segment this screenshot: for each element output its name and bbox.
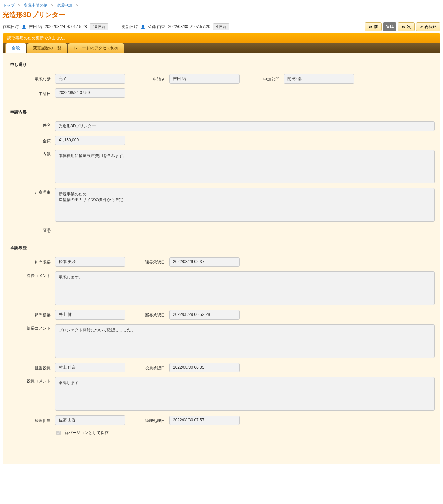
created-label: 作成日時 (3, 24, 19, 30)
field-stage: 完了 (55, 74, 125, 84)
created-user: 吉田 結 (29, 24, 42, 30)
field-dir-comment: プロジェクト開始について確認しました。 (55, 324, 435, 358)
breadcrumb-level1[interactable]: 稟議申請の例 (24, 3, 48, 8)
tab-general[interactable]: 全般 (5, 43, 26, 53)
section-title-approval: 承認履歴 (8, 243, 435, 253)
user-icon: 👤 (22, 25, 26, 29)
section-title-contents: 申請内容 (8, 107, 435, 117)
tab-access[interactable]: レコードのアクセス制御 (68, 43, 124, 53)
field-applicant: 吉田 結 (169, 74, 240, 84)
label-dept: 申請部門 (243, 75, 284, 82)
label-exec: 担当役員 (14, 364, 55, 371)
updated-user: 佐藤 由香 (148, 24, 165, 30)
label-dir-date: 部長承認日 (129, 311, 169, 318)
prev-label: 前 (374, 24, 378, 30)
tab-strip: 全般 変更履歴の一覧 レコードのアクセス制御 (3, 43, 440, 53)
created-datetime: 2022/08/24 水 01:15:28 (45, 24, 87, 30)
breadcrumb-sep: > (18, 3, 20, 8)
field-acct-date: 2022/08/30 07:57 (169, 416, 240, 425)
tab-history[interactable]: 変更履歴の一覧 (27, 43, 67, 53)
field-apply-date: 2022/08/24 07:59 (55, 88, 125, 98)
label-subject: 件名 (14, 121, 55, 128)
breadcrumb-sep: > (76, 3, 78, 8)
label-mgr-date: 課長承認日 (129, 258, 169, 265)
reload-label: 再読込 (424, 24, 437, 30)
breadcrumb-level2[interactable]: 稟議申請 (56, 3, 72, 8)
reload-button[interactable]: ⟳ 再読込 (416, 22, 440, 31)
next-label: 次 (407, 24, 411, 30)
user-icon: 👤 (141, 25, 145, 29)
created-badge: 10 日前 (90, 23, 108, 30)
field-subject: 光造形3Dプリンター (55, 121, 435, 131)
field-reason: 新規事業のため 造型物の出力サイズの要件から選定 (55, 188, 435, 222)
breadcrumb: トップ > 稟議申請の例 > 稟議申請 > (3, 3, 440, 8)
form-panel: 申し送り 承認段階 完了 申請者 吉田 結 申請部門 開発2部 申請日 2022… (3, 53, 440, 464)
field-mgr-comment: 承認します。 (55, 271, 435, 305)
label-amount: 金額 (14, 137, 55, 144)
checkbox-new-version (56, 431, 61, 435)
field-breakdown: 本体費用に輸送設置費用を含みます。 (55, 150, 435, 183)
record-nav: ≪ 前 3/14 ≫ 次 ⟳ 再読込 (365, 22, 440, 31)
next-button[interactable]: ≫ 次 (398, 22, 415, 31)
created-meta: 作成日時 👤 吉田 結 2022/08/24 水 01:15:28 10 日前 (3, 23, 108, 30)
field-mgr-date: 2022/08/29 02:37 (169, 257, 240, 267)
prev-button[interactable]: ≪ 前 (365, 22, 382, 31)
label-exec-comment: 役員コメント (14, 377, 55, 384)
updated-datetime: 2022/08/30 火 07:57:20 (168, 24, 210, 30)
field-dept: 開発2部 (284, 74, 354, 84)
checkbox-new-version-label: 新バージョンとして保存 (64, 430, 109, 436)
updated-badge: 4 日前 (213, 23, 229, 30)
label-apply-date: 申請日 (14, 90, 55, 97)
field-exec: 村上 佳奈 (55, 363, 125, 372)
updated-meta: 更新日時 👤 佐藤 由香 2022/08/30 火 07:57:20 4 日前 (122, 23, 229, 30)
reload-icon: ⟳ (420, 25, 423, 29)
field-exec-comment: 承認します (55, 377, 435, 411)
field-dir: 井上 健一 (55, 310, 125, 320)
breadcrumb-top[interactable]: トップ (3, 3, 15, 8)
label-exec-date: 役員承認日 (129, 364, 169, 371)
section-title-transfer: 申し送り (8, 60, 435, 70)
readonly-notice: 読取専用のため更新できません。 (3, 33, 440, 43)
field-dir-date: 2022/08/29 06:52:28 (169, 310, 240, 320)
prev-fast-icon: ≪ (368, 25, 373, 29)
next-fast-icon: ≫ (401, 25, 406, 29)
record-counter: 3/14 (383, 22, 396, 31)
field-acct: 佐藤 由香 (55, 415, 125, 425)
label-acct: 経理担当 (14, 417, 55, 424)
label-evidence: 証憑 (14, 226, 55, 234)
field-amount: ¥1,150,000 (55, 136, 125, 145)
label-applicant: 申請者 (129, 75, 169, 82)
label-breakdown: 内訳 (14, 150, 55, 157)
updated-label: 更新日時 (122, 24, 138, 30)
label-stage: 承認段階 (14, 75, 55, 82)
field-mgr: 松本 美咲 (55, 257, 125, 267)
label-acct-date: 経理処理日 (129, 417, 169, 424)
label-dir-comment: 部長コメント (14, 324, 55, 331)
breadcrumb-sep: > (51, 3, 53, 8)
field-exec-date: 2022/08/30 06:35 (169, 363, 240, 372)
label-mgr-comment: 課長コメント (14, 271, 55, 279)
label-dir: 担当部長 (14, 311, 55, 318)
label-reason: 起案理由 (14, 188, 55, 195)
page-title: 光造形3Dプリンター (3, 10, 440, 19)
label-mgr: 担当課長 (14, 258, 55, 265)
